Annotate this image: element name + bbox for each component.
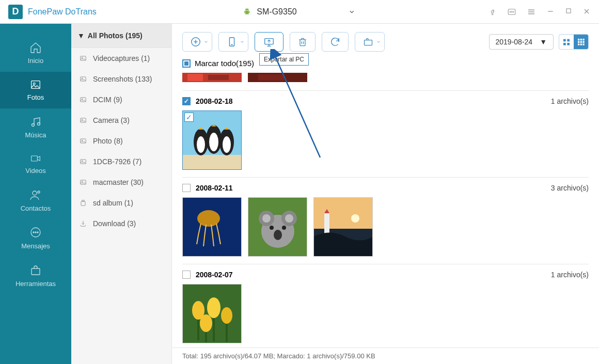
group-checkbox[interactable] <box>182 184 191 192</box>
thumb-row: ✓ <box>182 110 589 170</box>
svg-rect-54 <box>578 39 579 40</box>
album-label: Videocaptures (1) <box>93 54 150 62</box>
select-all-checkbox[interactable] <box>182 59 191 68</box>
refresh-button[interactable] <box>322 32 349 52</box>
photo-scroll-area[interactable]: 2008-02-181 archivo(s)✓2008-02-113 archi… <box>172 73 599 347</box>
nav-mensajes[interactable]: Mensajes <box>0 219 71 257</box>
svg-rect-50 <box>563 39 566 42</box>
album-label: 1DCB-7926 (7) <box>93 157 141 166</box>
app-logo: D <box>8 5 23 19</box>
export-tooltip: Exportar al PC <box>259 53 309 66</box>
thumb-checkbox[interactable]: ✓ <box>184 113 194 122</box>
thumbnail[interactable] <box>182 197 242 257</box>
svg-point-71 <box>197 136 205 153</box>
status-bar: Total: 195 archivo(s)/64.07 MB; Marcado:… <box>172 347 599 364</box>
album-item[interactable]: Screenshots (133) <box>71 69 171 89</box>
maximize-icon[interactable] <box>565 7 572 14</box>
close-icon[interactable] <box>582 7 591 15</box>
album-header[interactable]: ▼ All Photos (195) <box>71 24 171 48</box>
svg-rect-62 <box>582 43 584 45</box>
content: Exportar al PC 2019-08-24 ▼ <box>172 24 599 364</box>
svg-point-20 <box>35 232 36 233</box>
svg-rect-38 <box>82 200 85 201</box>
nav-inicio[interactable]: Inicio <box>0 34 71 72</box>
svg-point-16 <box>33 191 37 195</box>
partial-strip <box>182 73 589 82</box>
group-header[interactable]: 2008-02-071 archivo(s) <box>182 271 589 279</box>
group-count: 1 archivo(s) <box>551 97 589 105</box>
title-bar: D FonePaw DoTrans SM-G9350 <box>0 0 599 24</box>
album-label: Screenshots (133) <box>93 75 152 83</box>
view-grid-button[interactable] <box>574 35 588 49</box>
add-button[interactable] <box>182 32 212 52</box>
thumb-row <box>182 197 589 257</box>
album-item[interactable]: sd album (1) <box>71 193 171 213</box>
thumbnail[interactable] <box>248 197 307 257</box>
group-checkbox[interactable] <box>182 97 191 105</box>
svg-rect-60 <box>578 43 579 45</box>
nav-herramientas[interactable]: Herramientas <box>0 257 71 295</box>
svg-point-94 <box>207 297 220 318</box>
chevron-down-icon <box>203 39 209 44</box>
group-header[interactable]: 2008-02-113 archivo(s) <box>182 184 589 192</box>
minimize-icon[interactable] <box>546 7 555 15</box>
feedback-icon[interactable] <box>507 7 516 17</box>
nav-contactos[interactable]: Contactos <box>0 182 71 219</box>
svg-rect-15 <box>31 156 38 161</box>
nav-label: Mensajes <box>21 242 50 250</box>
album-item[interactable]: 1DCB-7926 (7) <box>71 151 171 172</box>
app-title: FonePaw DoTrans <box>28 7 97 17</box>
album-item[interactable]: Photo (8) <box>71 131 171 151</box>
thumbnail[interactable] <box>182 284 242 343</box>
svg-point-75 <box>223 136 231 153</box>
nav-fotos[interactable]: Fotos <box>0 72 71 108</box>
device-name: SM-G9350 <box>257 7 296 17</box>
svg-point-95 <box>221 307 232 324</box>
svg-rect-55 <box>580 39 582 40</box>
group-checkbox[interactable] <box>182 271 191 279</box>
album-item[interactable]: DCIM (9) <box>71 89 171 110</box>
thumbnail[interactable]: ✓ <box>182 110 242 170</box>
menu-icon[interactable] <box>527 7 536 17</box>
group-count: 3 archivo(s) <box>551 184 589 192</box>
album-item[interactable]: macmaster (30) <box>71 172 171 193</box>
collapse-icon: ▼ <box>77 31 85 40</box>
nav-label: Inicio <box>28 57 43 65</box>
group-date: 2008-02-18 <box>196 97 233 105</box>
group-date: 2008-02-11 <box>196 184 233 192</box>
album-item[interactable]: Camera (3) <box>71 110 171 131</box>
view-toggle <box>559 34 589 50</box>
svg-rect-67 <box>258 74 284 81</box>
nav-musica[interactable]: Música <box>0 108 71 146</box>
svg-rect-57 <box>578 41 579 43</box>
folder-button[interactable] <box>355 32 385 52</box>
svg-point-85 <box>270 226 274 230</box>
group-header[interactable]: 2008-02-181 archivo(s) <box>182 97 589 105</box>
album-label: macmaster (30) <box>93 178 144 186</box>
thumbnail[interactable] <box>248 73 307 82</box>
view-list-button[interactable] <box>559 35 574 49</box>
thumbnail[interactable] <box>313 197 373 257</box>
album-item[interactable]: Download (3) <box>71 213 171 234</box>
svg-rect-58 <box>580 41 582 43</box>
svg-rect-37 <box>81 201 85 205</box>
select-all-row[interactable]: Marcar todo(195) <box>172 57 599 73</box>
svg-rect-53 <box>567 43 570 45</box>
export-pc-button[interactable]: Exportar al PC <box>255 32 283 52</box>
svg-point-82 <box>262 214 271 223</box>
thumbnail[interactable] <box>182 73 242 82</box>
svg-rect-59 <box>582 41 584 43</box>
nav-videos[interactable]: Videos <box>0 146 71 182</box>
nav-label: Herramientas <box>15 280 56 288</box>
svg-point-96 <box>200 314 212 332</box>
device-selector[interactable]: SM-G9350 <box>243 7 355 17</box>
album-label: Download (3) <box>93 219 136 228</box>
window-buttons <box>488 7 591 17</box>
to-device-button[interactable] <box>218 32 248 52</box>
album-item[interactable]: Videocaptures (1) <box>71 48 171 69</box>
facebook-icon[interactable] <box>488 7 497 15</box>
svg-point-86 <box>282 226 286 230</box>
date-picker[interactable]: 2019-08-24 ▼ <box>489 34 554 50</box>
delete-button[interactable] <box>290 32 316 52</box>
photo-group: 2008-02-181 archivo(s)✓ <box>182 90 589 170</box>
